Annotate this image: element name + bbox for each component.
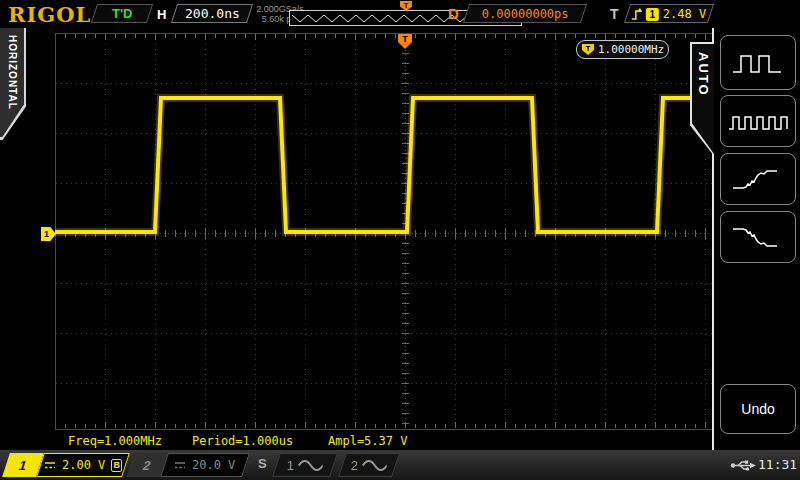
trigger-settings-box[interactable]: 1 2.48 V <box>624 4 714 23</box>
delay-value: 0.00000000ps <box>482 7 569 21</box>
falling-edge-icon <box>725 217 791 257</box>
delay-label: D <box>448 5 459 22</box>
rising-edge-icon <box>725 159 791 199</box>
channel1-status-box[interactable]: 2.00 V B <box>36 453 130 477</box>
bottom-status-bar: 1 2.00 V B 2 20.0 V S <box>0 450 800 480</box>
waveform-display: T <box>55 30 713 432</box>
horizontal-tab-label: HORIZONTAL <box>7 35 18 137</box>
dc-coupling-icon <box>174 460 186 470</box>
source2-status-box[interactable]: 2 <box>338 453 400 477</box>
source2-number: 2 <box>351 458 358 473</box>
sine-wave-icon <box>297 459 323 472</box>
channel1-ground-marker[interactable]: 1 <box>41 227 56 241</box>
measurement-ampl: Ampl=5.37 V <box>328 434 407 448</box>
waveform-trace-glow <box>55 98 713 232</box>
undo-button-label: Undo <box>741 401 774 417</box>
menu-button-square-multi[interactable] <box>720 95 796 147</box>
clock: 11:31 <box>758 457 797 472</box>
rising-edge-icon <box>631 7 642 21</box>
usb-icon <box>730 459 756 472</box>
trigger-label: T <box>610 6 619 22</box>
square-wave-multi-icon <box>725 101 791 141</box>
timebase-value: 200.0ns <box>185 6 240 21</box>
source-label: S <box>258 456 267 471</box>
freq-counter-trigger-icon: T <box>582 44 594 55</box>
oscilloscope-screen: RIGOL T'D H 200.0ns 2.000GSa/s 5.60k pts… <box>0 0 800 480</box>
menu-panel: Undo <box>712 28 800 450</box>
menu-button-falling-edge[interactable] <box>720 211 796 263</box>
top-status-bar: RIGOL T'D H 200.0ns 2.000GSa/s 5.60k pts… <box>0 0 800 28</box>
undo-button[interactable]: Undo <box>720 384 796 434</box>
horizontal-label: H <box>157 7 166 22</box>
sine-wave-icon <box>361 459 387 472</box>
channel2-scale: 20.0 V <box>192 458 235 472</box>
dc-coupling-icon <box>44 460 56 470</box>
trigger-status-text: T'D <box>112 6 132 21</box>
timebase-box: 200.0ns <box>171 4 253 23</box>
menu-button-rising-edge[interactable] <box>720 153 796 205</box>
trigger-position-marker-label: T <box>402 34 408 44</box>
measurement-freq: Freq=1.000MHz <box>68 434 162 448</box>
menu-button-square-single[interactable] <box>720 35 796 90</box>
frequency-counter-badge: T 1.00000MHz <box>576 40 669 59</box>
channel2-status-box[interactable]: 20.0 V <box>160 453 250 477</box>
trigger-status-badge: T'D <box>91 4 153 23</box>
delay-box: 0.00000000ps <box>463 4 587 23</box>
freq-counter-value: 1.00000MHz <box>598 43 664 56</box>
source1-status-box[interactable]: 1 <box>272 453 338 477</box>
bandwidth-limit-badge: B <box>111 459 122 472</box>
trigger-level-value: 2.48 V <box>663 7 706 21</box>
horizontal-menu-tab[interactable]: HORIZONTAL <box>0 28 26 140</box>
measurement-period: Period=1.000us <box>192 434 293 448</box>
square-wave-single-icon <box>725 43 791 83</box>
channel1-scale: 2.00 V <box>62 458 105 472</box>
trigger-source-badge: 1 <box>646 7 659 20</box>
source1-number: 1 <box>287 458 294 473</box>
rigol-logo: RIGOL <box>8 2 91 27</box>
